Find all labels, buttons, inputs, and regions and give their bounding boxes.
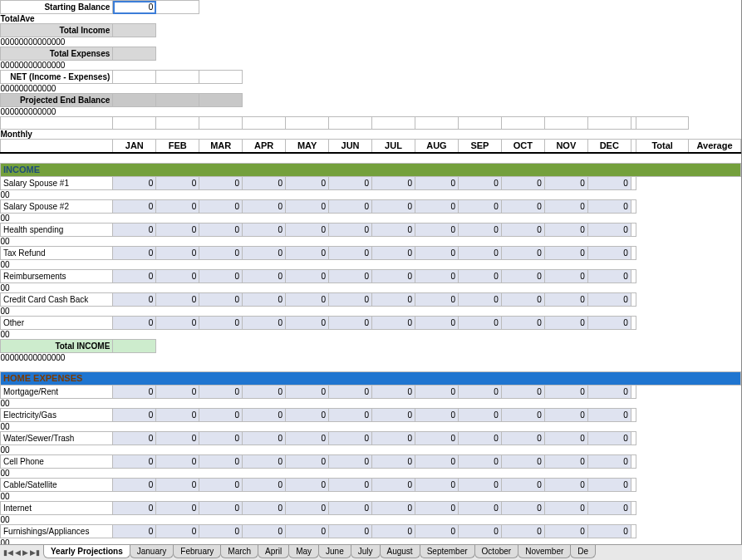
data-cell[interactable]: 0 <box>329 316 372 329</box>
data-cell[interactable]: 0 <box>458 269 501 282</box>
data-cell[interactable]: 0 <box>587 502 631 515</box>
data-cell[interactable]: 0 <box>372 246 415 259</box>
data-cell[interactable]: 0 <box>501 386 544 399</box>
data-cell[interactable]: 0 <box>501 223 544 236</box>
data-cell[interactable]: 0 <box>544 479 587 492</box>
data-cell[interactable]: 0 <box>415 455 458 469</box>
data-cell[interactable]: 0 <box>372 223 415 236</box>
data-cell[interactable]: 0 <box>501 316 544 329</box>
data-cell[interactable]: 0 <box>372 316 415 329</box>
sheet-tab[interactable]: May <box>288 545 319 558</box>
data-cell[interactable]: 0 <box>156 269 199 282</box>
sheet-tab[interactable]: Yearly Projections <box>43 545 130 558</box>
data-cell[interactable]: 0 <box>372 525 415 538</box>
data-cell[interactable]: 0 <box>243 386 286 399</box>
data-cell[interactable]: 0 <box>372 479 415 492</box>
data-cell[interactable]: 0 <box>372 292 415 306</box>
data-cell[interactable]: 0 <box>156 455 199 469</box>
data-cell[interactable]: 0 <box>415 199 458 213</box>
data-cell[interactable]: 0 <box>458 455 501 469</box>
data-cell[interactable]: 0 <box>587 223 631 236</box>
data-cell[interactable]: 0 <box>199 223 243 236</box>
data-cell[interactable]: 0 <box>199 199 243 213</box>
data-cell[interactable]: 0 <box>544 269 587 282</box>
data-cell[interactable]: 0 <box>113 176 156 189</box>
data-cell[interactable]: 0 <box>329 199 372 213</box>
data-cell[interactable]: 0 <box>286 409 329 422</box>
data-cell[interactable]: 0 <box>199 292 243 306</box>
data-cell[interactable]: 0 <box>286 246 329 259</box>
data-cell[interactable]: 0 <box>156 223 199 236</box>
data-cell[interactable]: 0 <box>415 269 458 282</box>
data-cell[interactable]: 0 <box>286 479 329 492</box>
data-cell[interactable]: 0 <box>501 409 544 422</box>
data-cell[interactable]: 0 <box>544 455 587 469</box>
data-cell[interactable]: 0 <box>587 479 631 492</box>
sheet-tab[interactable]: October <box>474 545 519 558</box>
data-cell[interactable]: 0 <box>587 269 631 282</box>
data-cell[interactable]: 0 <box>458 223 501 236</box>
data-cell[interactable]: 0 <box>199 176 243 189</box>
data-cell[interactable]: 0 <box>243 199 286 213</box>
data-cell[interactable]: 0 <box>199 386 243 399</box>
data-cell[interactable]: 0 <box>501 292 544 306</box>
data-cell[interactable]: 0 <box>286 199 329 213</box>
data-cell[interactable]: 0 <box>156 502 199 515</box>
data-cell[interactable]: 0 <box>286 502 329 515</box>
data-cell[interactable]: 0 <box>544 199 587 213</box>
data-cell[interactable]: 0 <box>458 432 501 445</box>
data-cell[interactable]: 0 <box>544 176 587 189</box>
sheet-tab[interactable]: April <box>258 545 289 558</box>
data-cell[interactable]: 0 <box>501 455 544 469</box>
data-cell[interactable]: 0 <box>156 292 199 306</box>
data-cell[interactable]: 0 <box>501 199 544 213</box>
data-cell[interactable]: 0 <box>372 176 415 189</box>
data-cell[interactable]: 0 <box>372 269 415 282</box>
nav-next-icon[interactable]: ▶ <box>22 548 28 557</box>
data-cell[interactable]: 0 <box>156 409 199 422</box>
data-cell[interactable]: 0 <box>458 386 501 399</box>
data-cell[interactable]: 0 <box>113 199 156 213</box>
data-cell[interactable]: 0 <box>113 269 156 282</box>
data-cell[interactable]: 0 <box>156 386 199 399</box>
data-cell[interactable]: 0 <box>501 432 544 445</box>
sheet-tab[interactable]: June <box>318 545 351 558</box>
data-cell[interactable]: 0 <box>415 409 458 422</box>
sheet-tab[interactable]: February <box>173 545 221 558</box>
starting-balance-cell[interactable]: 0 <box>113 1 156 14</box>
data-cell[interactable]: 0 <box>415 386 458 399</box>
data-cell[interactable]: 0 <box>415 292 458 306</box>
data-cell[interactable]: 0 <box>458 199 501 213</box>
data-cell[interactable]: 0 <box>587 386 631 399</box>
data-cell[interactable]: 0 <box>113 223 156 236</box>
sheet-tab[interactable]: De <box>570 545 596 558</box>
sheet-tab[interactable]: August <box>380 545 420 558</box>
data-cell[interactable]: 0 <box>458 316 501 329</box>
data-cell[interactable]: 0 <box>156 246 199 259</box>
data-cell[interactable]: 0 <box>587 199 631 213</box>
nav-first-icon[interactable]: ▮◀ <box>3 548 13 557</box>
data-cell[interactable]: 0 <box>544 525 587 538</box>
data-cell[interactable]: 0 <box>587 176 631 189</box>
data-cell[interactable]: 0 <box>329 292 372 306</box>
data-cell[interactable]: 0 <box>286 223 329 236</box>
data-cell[interactable]: 0 <box>415 176 458 189</box>
data-cell[interactable]: 0 <box>199 269 243 282</box>
data-cell[interactable]: 0 <box>243 432 286 445</box>
data-cell[interactable]: 0 <box>113 409 156 422</box>
sheet-tab[interactable]: September <box>420 545 475 558</box>
data-cell[interactable]: 0 <box>415 223 458 236</box>
data-cell[interactable]: 0 <box>329 455 372 469</box>
data-cell[interactable]: 0 <box>415 479 458 492</box>
data-cell[interactable]: 0 <box>415 316 458 329</box>
data-cell[interactable]: 0 <box>372 432 415 445</box>
data-cell[interactable]: 0 <box>199 479 243 492</box>
data-cell[interactable]: 0 <box>329 502 372 515</box>
data-cell[interactable]: 0 <box>329 386 372 399</box>
data-cell[interactable]: 0 <box>286 269 329 282</box>
data-cell[interactable]: 0 <box>243 223 286 236</box>
data-cell[interactable]: 0 <box>415 525 458 538</box>
data-cell[interactable]: 0 <box>156 479 199 492</box>
data-cell[interactable]: 0 <box>501 479 544 492</box>
data-cell[interactable]: 0 <box>415 246 458 259</box>
